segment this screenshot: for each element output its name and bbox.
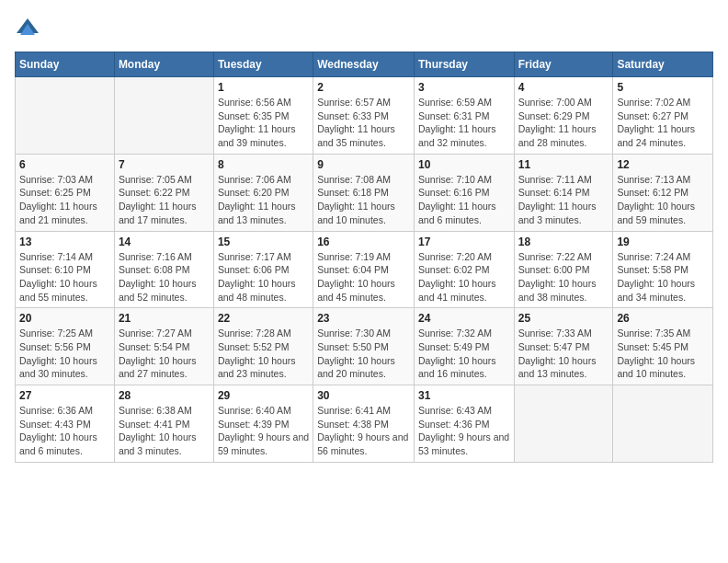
day-header-wednesday: Wednesday <box>313 52 415 77</box>
day-number: 6 <box>19 158 110 171</box>
calendar-cell: 7Sunrise: 7:05 AM Sunset: 6:22 PM Daylig… <box>114 154 213 231</box>
day-number: 8 <box>218 158 309 171</box>
day-number: 24 <box>418 312 510 325</box>
calendar-cell: 11Sunrise: 7:11 AM Sunset: 6:14 PM Dayli… <box>514 154 613 231</box>
calendar-cell: 15Sunrise: 7:17 AM Sunset: 6:06 PM Dayli… <box>213 231 313 308</box>
day-info: Sunrise: 6:43 AM Sunset: 4:36 PM Dayligh… <box>418 404 510 458</box>
day-info: Sunrise: 7:05 AM Sunset: 6:22 PM Dayligh… <box>119 173 210 227</box>
calendar-cell: 4Sunrise: 7:00 AM Sunset: 6:29 PM Daylig… <box>514 77 613 155</box>
calendar-cell: 17Sunrise: 7:20 AM Sunset: 6:02 PM Dayli… <box>414 231 514 308</box>
day-info: Sunrise: 6:57 AM Sunset: 6:33 PM Dayligh… <box>317 96 410 150</box>
calendar-cell: 8Sunrise: 7:06 AM Sunset: 6:20 PM Daylig… <box>213 154 313 231</box>
calendar-week-2: 6Sunrise: 7:03 AM Sunset: 6:25 PM Daylig… <box>16 154 713 231</box>
day-header-thursday: Thursday <box>414 52 514 77</box>
calendar-cell: 25Sunrise: 7:33 AM Sunset: 5:47 PM Dayli… <box>514 308 613 385</box>
day-number: 17 <box>418 236 510 248</box>
day-header-tuesday: Tuesday <box>213 52 313 77</box>
day-number: 5 <box>617 81 709 94</box>
calendar-cell: 22Sunrise: 7:28 AM Sunset: 5:52 PM Dayli… <box>213 308 313 385</box>
day-info: Sunrise: 7:32 AM Sunset: 5:49 PM Dayligh… <box>418 327 510 381</box>
day-number: 29 <box>218 389 309 402</box>
day-number: 18 <box>518 236 609 248</box>
day-info: Sunrise: 7:35 AM Sunset: 5:45 PM Dayligh… <box>617 327 709 381</box>
day-header-monday: Monday <box>114 52 213 77</box>
day-number: 19 <box>617 236 709 248</box>
day-info: Sunrise: 7:19 AM Sunset: 6:04 PM Dayligh… <box>317 250 410 304</box>
day-info: Sunrise: 7:10 AM Sunset: 6:16 PM Dayligh… <box>418 173 510 227</box>
day-header-friday: Friday <box>514 52 613 77</box>
calendar-cell: 31Sunrise: 6:43 AM Sunset: 4:36 PM Dayli… <box>414 385 514 463</box>
day-number: 11 <box>518 158 609 171</box>
calendar-cell: 6Sunrise: 7:03 AM Sunset: 6:25 PM Daylig… <box>16 154 115 231</box>
calendar-cell: 23Sunrise: 7:30 AM Sunset: 5:50 PM Dayli… <box>313 308 415 385</box>
calendar-cell: 21Sunrise: 7:27 AM Sunset: 5:54 PM Dayli… <box>114 308 213 385</box>
day-number: 27 <box>19 389 110 402</box>
calendar-cell: 29Sunrise: 6:40 AM Sunset: 4:39 PM Dayli… <box>213 385 313 463</box>
day-number: 13 <box>19 236 110 248</box>
day-info: Sunrise: 7:06 AM Sunset: 6:20 PM Dayligh… <box>218 173 309 227</box>
day-number: 25 <box>518 312 609 325</box>
day-number: 3 <box>418 81 510 94</box>
logo <box>15 15 44 40</box>
day-info: Sunrise: 7:14 AM Sunset: 6:10 PM Dayligh… <box>19 250 110 304</box>
calendar-cell: 20Sunrise: 7:25 AM Sunset: 5:56 PM Dayli… <box>16 308 115 385</box>
day-info: Sunrise: 7:17 AM Sunset: 6:06 PM Dayligh… <box>218 250 309 304</box>
calendar-cell: 10Sunrise: 7:10 AM Sunset: 6:16 PM Dayli… <box>414 154 514 231</box>
day-info: Sunrise: 7:00 AM Sunset: 6:29 PM Dayligh… <box>518 96 609 150</box>
day-info: Sunrise: 6:38 AM Sunset: 4:41 PM Dayligh… <box>119 404 210 458</box>
day-info: Sunrise: 7:20 AM Sunset: 6:02 PM Dayligh… <box>418 250 510 304</box>
calendar-week-3: 13Sunrise: 7:14 AM Sunset: 6:10 PM Dayli… <box>16 231 713 308</box>
calendar-cell: 2Sunrise: 6:57 AM Sunset: 6:33 PM Daylig… <box>313 77 415 155</box>
calendar-cell: 12Sunrise: 7:13 AM Sunset: 6:12 PM Dayli… <box>613 154 713 231</box>
day-info: Sunrise: 6:41 AM Sunset: 4:38 PM Dayligh… <box>317 404 410 458</box>
day-info: Sunrise: 7:30 AM Sunset: 5:50 PM Dayligh… <box>317 327 410 381</box>
day-info: Sunrise: 7:24 AM Sunset: 5:58 PM Dayligh… <box>617 250 709 304</box>
calendar-cell: 27Sunrise: 6:36 AM Sunset: 4:43 PM Dayli… <box>16 385 115 463</box>
day-number: 15 <box>218 236 309 248</box>
day-info: Sunrise: 7:27 AM Sunset: 5:54 PM Dayligh… <box>119 327 210 381</box>
calendar-cell: 19Sunrise: 7:24 AM Sunset: 5:58 PM Dayli… <box>613 231 713 308</box>
day-info: Sunrise: 6:56 AM Sunset: 6:35 PM Dayligh… <box>218 96 309 150</box>
calendar-header-row: SundayMondayTuesdayWednesdayThursdayFrid… <box>16 52 713 77</box>
calendar-week-1: 1Sunrise: 6:56 AM Sunset: 6:35 PM Daylig… <box>16 77 713 155</box>
calendar-cell: 13Sunrise: 7:14 AM Sunset: 6:10 PM Dayli… <box>16 231 115 308</box>
day-info: Sunrise: 7:16 AM Sunset: 6:08 PM Dayligh… <box>119 250 210 304</box>
calendar-cell <box>114 77 213 155</box>
day-number: 9 <box>317 158 410 171</box>
day-info: Sunrise: 7:13 AM Sunset: 6:12 PM Dayligh… <box>617 173 709 227</box>
calendar-week-5: 27Sunrise: 6:36 AM Sunset: 4:43 PM Dayli… <box>16 385 713 463</box>
calendar-cell: 14Sunrise: 7:16 AM Sunset: 6:08 PM Dayli… <box>114 231 213 308</box>
day-number: 30 <box>317 389 410 402</box>
calendar-cell: 26Sunrise: 7:35 AM Sunset: 5:45 PM Dayli… <box>613 308 713 385</box>
day-number: 28 <box>119 389 210 402</box>
calendar-cell: 28Sunrise: 6:38 AM Sunset: 4:41 PM Dayli… <box>114 385 213 463</box>
page-header <box>15 15 713 40</box>
logo-icon <box>15 15 40 40</box>
day-info: Sunrise: 7:28 AM Sunset: 5:52 PM Dayligh… <box>218 327 309 381</box>
calendar-cell <box>613 385 713 463</box>
day-number: 21 <box>119 312 210 325</box>
day-number: 26 <box>617 312 709 325</box>
day-number: 20 <box>19 312 110 325</box>
calendar-week-4: 20Sunrise: 7:25 AM Sunset: 5:56 PM Dayli… <box>16 308 713 385</box>
calendar-cell: 30Sunrise: 6:41 AM Sunset: 4:38 PM Dayli… <box>313 385 415 463</box>
calendar-cell <box>16 77 115 155</box>
day-number: 4 <box>518 81 609 94</box>
day-number: 12 <box>617 158 709 171</box>
day-info: Sunrise: 7:33 AM Sunset: 5:47 PM Dayligh… <box>518 327 609 381</box>
day-number: 23 <box>317 312 410 325</box>
day-header-saturday: Saturday <box>613 52 713 77</box>
day-info: Sunrise: 6:40 AM Sunset: 4:39 PM Dayligh… <box>218 404 309 458</box>
day-info: Sunrise: 7:11 AM Sunset: 6:14 PM Dayligh… <box>518 173 609 227</box>
day-number: 14 <box>119 236 210 248</box>
calendar-cell: 3Sunrise: 6:59 AM Sunset: 6:31 PM Daylig… <box>414 77 514 155</box>
day-number: 31 <box>418 389 510 402</box>
day-number: 2 <box>317 81 410 94</box>
day-info: Sunrise: 7:03 AM Sunset: 6:25 PM Dayligh… <box>19 173 110 227</box>
calendar-cell: 1Sunrise: 6:56 AM Sunset: 6:35 PM Daylig… <box>213 77 313 155</box>
calendar-cell: 24Sunrise: 7:32 AM Sunset: 5:49 PM Dayli… <box>414 308 514 385</box>
calendar-cell <box>514 385 613 463</box>
day-number: 1 <box>218 81 309 94</box>
day-number: 7 <box>119 158 210 171</box>
day-number: 16 <box>317 236 410 248</box>
